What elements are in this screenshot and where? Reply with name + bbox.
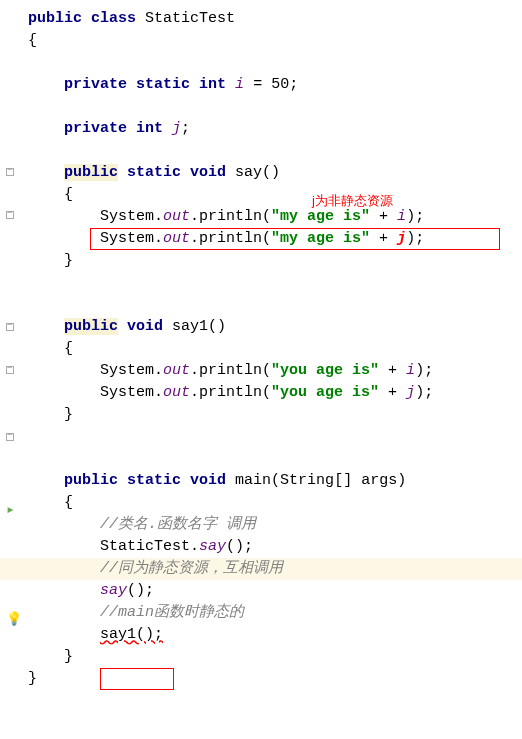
code-editor[interactable]: public class StaticTest { private static…: [0, 0, 522, 698]
code-line: //main函数时静态的: [28, 602, 522, 624]
code-line-highlighted: //同为静态资源，互相调用: [0, 558, 522, 580]
code-line: {: [28, 30, 522, 52]
code-line: [28, 140, 522, 162]
code-line: System.out.println("my age is" + i);: [28, 206, 522, 228]
code-line: }: [28, 250, 522, 272]
code-line: say1();: [28, 624, 522, 646]
code-line: say();: [28, 580, 522, 602]
code-line: [28, 52, 522, 74]
code-line: [28, 448, 522, 470]
code-line: }: [28, 668, 522, 690]
code-line: {: [28, 338, 522, 360]
code-line: System.out.println("you age is" + i);: [28, 360, 522, 382]
code-line: StaticTest.say();: [28, 536, 522, 558]
code-line: public void say1(): [28, 316, 522, 338]
code-line: public static void main(String[] args): [28, 470, 522, 492]
code-line: public static void say(): [28, 162, 522, 184]
code-line: {: [28, 184, 522, 206]
code-line: [28, 96, 522, 118]
code-line: {: [28, 492, 522, 514]
code-line: System.out.println("my age is" + j);: [28, 228, 522, 250]
code-line: public class StaticTest: [28, 8, 522, 30]
code-line: [28, 294, 522, 316]
code-line: System.out.println("you age is" + j);: [28, 382, 522, 404]
code-line: }: [28, 404, 522, 426]
annotation-text: j为非静态资源: [312, 192, 393, 210]
code-line: }: [28, 646, 522, 668]
code-line: private static int i = 50;: [28, 74, 522, 96]
code-line: [28, 426, 522, 448]
code-line: private int j;: [28, 118, 522, 140]
code-line: [28, 272, 522, 294]
code-line: //类名.函数名字 调用: [28, 514, 522, 536]
